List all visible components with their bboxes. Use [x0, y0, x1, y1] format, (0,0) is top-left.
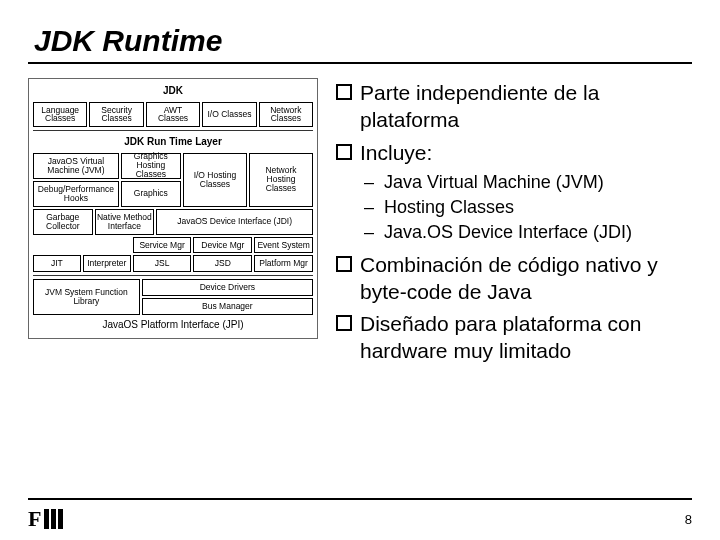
diagram-row-mgr: Service Mgr Device Mgr Event System	[33, 237, 313, 254]
diagram-cell: JavaOS Device Interface (JDI)	[156, 209, 313, 235]
diagram-cell: Device Drivers	[142, 279, 313, 296]
sub-item: Hosting Classes	[360, 196, 692, 219]
diagram-cell: Device Mgr	[193, 237, 252, 254]
diagram-cell: Network Hosting Classes	[249, 153, 313, 207]
sub-list: Java Virtual Machine (JVM) Hosting Class…	[360, 171, 692, 244]
fib-letter: F	[28, 506, 42, 532]
diagram-row-jdi: Garbage Collector Native Method Interfac…	[33, 209, 313, 235]
diagram-row-drivers: JVM System Function Library Device Drive…	[33, 279, 313, 315]
diagram-column: JDK Language Classes Security Classes AW…	[28, 78, 318, 371]
diagram-cell: Platform Mgr	[254, 255, 313, 272]
diagram-cell: Bus Manager	[142, 298, 313, 315]
diagram-cell: Event System	[254, 237, 313, 254]
diagram-cell: AWT Classes	[146, 102, 200, 128]
bullet-item: Parte independiente de la plataforma	[334, 80, 692, 134]
diagram-cell: Service Mgr	[133, 237, 192, 254]
diagram-cell: JIT	[33, 255, 81, 272]
diagram-cell: Interpreter	[83, 255, 131, 272]
diagram-cell: JavaOS Virtual Machine (JVM)	[33, 153, 119, 179]
diagram-cell: I/O Hosting Classes	[183, 153, 247, 207]
bullet-item: Combinación de código nativo y byte-code…	[334, 252, 692, 306]
sub-item: Java Virtual Machine (JVM)	[360, 171, 692, 194]
bullet-text: Incluye:	[360, 141, 432, 164]
diagram-cell: Garbage Collector	[33, 209, 93, 235]
fib-logo: F	[28, 506, 63, 532]
diagram-header-jdk: JDK	[33, 83, 313, 100]
diagram-cell: Network Classes	[259, 102, 313, 128]
diagram-cell: Native Method Interface	[95, 209, 155, 235]
diagram-cell: JSL	[133, 255, 192, 272]
title-underline	[28, 62, 692, 64]
slide-title: JDK Runtime	[34, 24, 692, 58]
slide-footer: F 8	[0, 498, 720, 532]
diagram-row-jit: JIT Interpreter JSL JSD Platform Mgr	[33, 255, 313, 272]
bullet-list: Parte independiente de la plataforma Inc…	[334, 80, 692, 365]
diagram-row-hosting: JavaOS Virtual Machine (JVM) Debug/Perfo…	[33, 153, 313, 207]
bullet-item: Diseñado para plataforma con hardware mu…	[334, 311, 692, 365]
page-number: 8	[685, 512, 692, 527]
slide-body: JDK Language Classes Security Classes AW…	[28, 78, 692, 371]
text-column: Parte independiente de la plataforma Inc…	[334, 78, 692, 371]
fib-bars-icon	[44, 509, 63, 529]
footer-rule	[28, 498, 692, 500]
diagram-cell: JVM System Function Library	[33, 279, 140, 315]
diagram-cell: Debug/Performance Hooks	[33, 181, 119, 207]
diagram-row-classes: Language Classes Security Classes AWT Cl…	[33, 102, 313, 128]
diagram-cell: Security Classes	[89, 102, 143, 128]
diagram-cell: I/O Classes	[202, 102, 256, 128]
diagram-cell: Language Classes	[33, 102, 87, 128]
diagram-header-runtime: JDK Run Time Layer	[33, 134, 313, 151]
architecture-diagram: JDK Language Classes Security Classes AW…	[28, 78, 318, 339]
diagram-footer-jpi: JavaOS Platform Interface (JPI)	[33, 317, 313, 334]
bullet-item: Incluye: Java Virtual Machine (JVM) Host…	[334, 140, 692, 244]
sub-item: Java.OS Device Interface (JDI)	[360, 221, 692, 244]
diagram-cell: Graphics	[121, 181, 181, 207]
diagram-cell: Graphics Hosting Classes	[121, 153, 181, 179]
diagram-cell: JSD	[193, 255, 252, 272]
